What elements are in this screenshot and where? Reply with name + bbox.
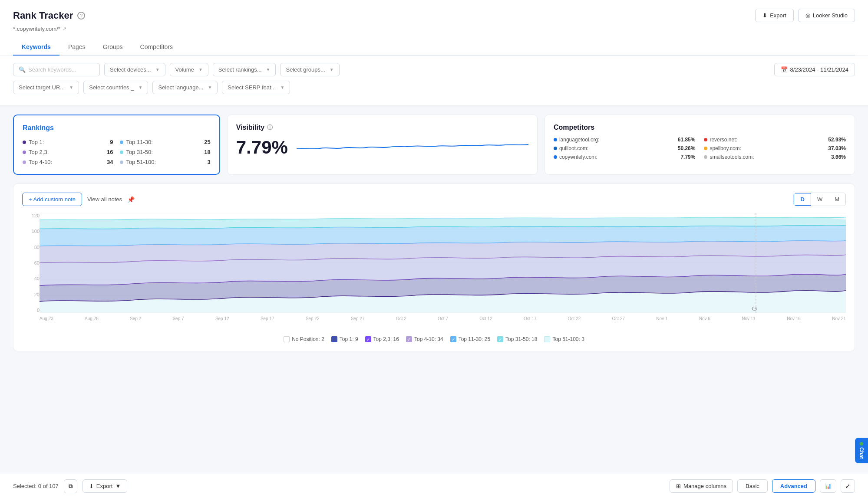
date-range-filter[interactable]: 📅 8/23/2024 - 11/21/2024 xyxy=(774,63,855,76)
looker-icon: ◎ xyxy=(805,12,810,19)
legend-top11-30: ✓ Top 11-30: 25 xyxy=(450,336,490,342)
visibility-header: Visibility ⓘ xyxy=(236,124,528,131)
svg-text:G: G xyxy=(752,305,757,311)
add-custom-note-button[interactable]: + Add custom note xyxy=(22,193,82,206)
top1-dot xyxy=(23,141,26,144)
rankings-filter[interactable]: Select rankings... ▼ xyxy=(213,63,276,76)
period-day-button[interactable]: D xyxy=(794,193,811,206)
serp-filter[interactable]: Select SERP feat... ▼ xyxy=(222,81,290,94)
bottom-left: Selected: 0 of 107 ⧉ ⬇ Export ▼ xyxy=(13,479,127,493)
tab-keywords[interactable]: Keywords xyxy=(13,39,59,56)
y-label: 100 xyxy=(22,229,40,234)
legend-checkbox[interactable]: ✓ xyxy=(365,336,371,342)
top11-dot xyxy=(120,141,123,144)
chat-online-dot xyxy=(860,442,863,446)
y-label: 120 xyxy=(22,213,40,218)
export-button[interactable]: ⬇ Export xyxy=(755,9,794,22)
bottom-right: ⊞ Manage columns Basic Advanced 📊 ⤢ xyxy=(670,479,855,493)
view-all-notes-button[interactable]: View all notes xyxy=(87,193,122,206)
competitor-dot xyxy=(554,147,557,150)
advanced-view-button[interactable]: Advanced xyxy=(772,479,815,493)
legend-checkbox[interactable] xyxy=(284,336,290,342)
x-label: Sep 27 xyxy=(351,316,365,326)
external-link-icon[interactable]: ↗ xyxy=(63,26,66,32)
main-tabs: Keywords Pages Groups Competitors xyxy=(13,39,855,56)
chart-toggle-button[interactable]: 📊 xyxy=(820,479,836,493)
legend-checkbox[interactable]: ✓ xyxy=(331,336,337,342)
search-icon: 🔍 xyxy=(19,66,26,73)
ranking-top1: Top 1: 9 xyxy=(23,139,113,145)
legend-checkbox[interactable]: ✓ xyxy=(406,336,412,342)
basic-view-button[interactable]: Basic xyxy=(737,479,768,493)
export-icon: ⬇ xyxy=(762,12,767,19)
devices-filter[interactable]: Select devices... ▼ xyxy=(104,63,165,76)
competitors-title: Competitors xyxy=(554,124,846,131)
pin-icon[interactable]: 📌 xyxy=(127,196,135,203)
header-actions: ⬇ Export ◎ Looker Studio xyxy=(755,9,855,22)
export-bottom-button[interactable]: ⬇ Export ▼ xyxy=(83,479,127,493)
rankings-grid: Top 1: 9 Top 11-30: 25 xyxy=(23,139,211,165)
chat-widget[interactable]: Chat xyxy=(855,438,868,463)
competitor-dot xyxy=(704,155,707,159)
period-week-button[interactable]: W xyxy=(811,193,828,206)
export-icon: ⬇ xyxy=(89,483,94,489)
countries-filter[interactable]: Select countries _ ▼ xyxy=(83,81,148,94)
volume-filter[interactable]: Volume ▼ xyxy=(170,63,208,76)
ranking-top11-30: Top 11-30: 25 xyxy=(120,139,210,145)
chart-y-axis: 120 100 80 60 40 20 0 xyxy=(22,213,40,313)
x-label: Nov 21 xyxy=(832,316,846,326)
competitors-card: Competitors languagetool.org: 61.85% rev… xyxy=(545,115,855,175)
competitor-dot xyxy=(704,138,707,141)
chart-icon: 📊 xyxy=(825,483,832,489)
legend-checkbox[interactable]: ✓ xyxy=(497,336,503,342)
rankings-title: Rankings xyxy=(23,124,211,132)
y-label: 80 xyxy=(22,245,40,250)
x-label: Nov 11 xyxy=(742,316,756,326)
visibility-sparkline xyxy=(297,137,528,158)
ranking-top31-50: Top 31-50: 18 xyxy=(120,149,210,155)
expand-icon: ⤢ xyxy=(845,483,850,489)
chevron-down-icon: ▼ xyxy=(198,67,203,72)
ranking-top4-10: Top 4-10: 34 xyxy=(23,159,113,165)
tab-pages[interactable]: Pages xyxy=(59,39,94,56)
target-url-filter[interactable]: Select target UR... ▼ xyxy=(13,81,79,94)
filters-section: 🔍 Search keywords... Select devices... ▼… xyxy=(0,56,868,106)
visibility-content: 7.79% xyxy=(236,137,528,158)
legend-no-position: No Position: 2 xyxy=(284,336,324,342)
top4-dot xyxy=(23,161,26,164)
help-icon[interactable]: ? xyxy=(77,12,85,20)
tab-competitors[interactable]: Competitors xyxy=(132,39,182,56)
chart-toolbar: + Add custom note View all notes 📌 D W M xyxy=(22,193,846,206)
groups-filter[interactable]: Select groups... ▼ xyxy=(280,63,339,76)
x-label: Oct 27 xyxy=(612,316,625,326)
y-label: 20 xyxy=(22,292,40,297)
page-title: Rank Tracker xyxy=(13,10,73,21)
legend-checkbox[interactable]: ✓ xyxy=(450,336,456,342)
competitor-smallseo: smallseotools.com: 3.66% xyxy=(704,154,846,160)
search-keywords-input[interactable]: 🔍 Search keywords... xyxy=(13,63,100,76)
legend-checkbox[interactable] xyxy=(544,336,550,342)
legend-top23: ✓ Top 2,3: 16 xyxy=(365,336,399,342)
top51-dot xyxy=(120,161,123,164)
x-label: Sep 17 xyxy=(261,316,274,326)
x-label: Sep 7 xyxy=(172,316,184,326)
competitor-reverso: reverso.net: 52.93% xyxy=(704,137,846,143)
language-filter[interactable]: Select language... ▼ xyxy=(152,81,218,94)
period-month-button[interactable]: M xyxy=(828,193,845,206)
x-label: Nov 1 xyxy=(656,316,667,326)
tab-groups[interactable]: Groups xyxy=(94,39,132,56)
selected-count: Selected: 0 of 107 xyxy=(13,483,59,489)
expand-button[interactable]: ⤢ xyxy=(841,479,855,493)
top23-dot xyxy=(23,151,26,154)
copy-button[interactable]: ⧉ xyxy=(64,479,77,493)
visibility-card: Visibility ⓘ 7.79% xyxy=(227,115,538,175)
calendar-icon: 📅 xyxy=(781,66,788,73)
x-label: Nov 16 xyxy=(787,316,801,326)
main-content: Rankings Top 1: 9 Top 11-30: xyxy=(0,106,868,468)
manage-columns-button[interactable]: ⊞ Manage columns xyxy=(670,479,733,493)
looker-studio-button[interactable]: ◎ Looker Studio xyxy=(798,9,855,22)
visibility-info-icon[interactable]: ⓘ xyxy=(267,124,273,131)
x-label: Oct 17 xyxy=(524,316,536,326)
chart-period-buttons: D W M xyxy=(793,193,846,206)
visibility-percent: 7.79% xyxy=(236,137,288,158)
